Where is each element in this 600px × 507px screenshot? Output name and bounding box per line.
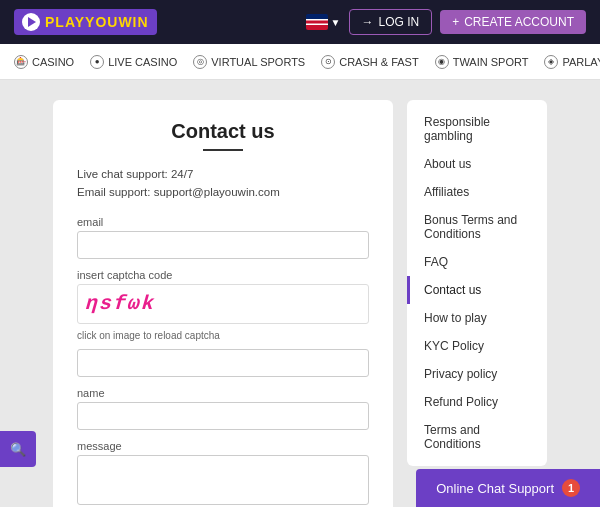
nav-parlaybay[interactable]: ◈ PARLAYBAY	[536, 44, 600, 79]
nav-parlay-label: PARLAYBAY	[562, 56, 600, 68]
sidebar-item-responsible-gambling[interactable]: Responsible gambling	[407, 108, 547, 150]
sidebar-label: Affiliates	[424, 185, 469, 199]
contact-form-card: Contact us Live chat support: 24/7 Email…	[53, 100, 393, 507]
login-icon: →	[362, 15, 374, 29]
captcha-label: insert captcha code	[77, 269, 369, 281]
virtual-sports-icon: ◎	[193, 55, 207, 69]
twain-icon: ◉	[435, 55, 449, 69]
nav-virtual-sports-label: VIRTUAL SPORTS	[211, 56, 305, 68]
sidebar-item-kyc-policy[interactable]: KYC Policy	[407, 332, 547, 360]
sidebar-label: Refund Policy	[424, 395, 498, 409]
name-input[interactable]	[77, 402, 369, 430]
live-casino-icon: ●	[90, 55, 104, 69]
reload-hint: click on image to reload captcha	[77, 330, 369, 341]
sidebar-label: Terms and Conditions	[424, 423, 481, 451]
crash-icon: ⊙	[321, 55, 335, 69]
sidebar-item-about-us[interactable]: About us	[407, 150, 547, 178]
sidebar-label: KYC Policy	[424, 339, 484, 353]
sidebar-label: Privacy policy	[424, 367, 497, 381]
chat-label: Online Chat Support	[436, 481, 554, 496]
search-button[interactable]: 🔍	[0, 431, 36, 467]
name-label: name	[77, 387, 369, 399]
nav-virtual-sports[interactable]: ◎ VIRTUAL SPORTS	[185, 44, 313, 79]
nav-casino[interactable]: 🎰 CASINO	[6, 44, 82, 79]
sidebar: Responsible gambling About us Affiliates…	[407, 100, 547, 466]
nav-live-casino-label: LIVE CASINO	[108, 56, 177, 68]
header: PLAYYOUWIN ▼ → LOG IN + CREATE ACCOUNT	[0, 0, 600, 44]
chevron-down-icon: ▼	[331, 17, 341, 28]
login-label: LOG IN	[379, 15, 420, 29]
create-label: CREATE ACCOUNT	[464, 15, 574, 29]
sidebar-item-contact-us[interactable]: Contact us	[407, 276, 547, 304]
support-info: Live chat support: 24/7 Email support: s…	[77, 165, 369, 202]
contact-title: Contact us	[77, 120, 369, 143]
flag-icon	[306, 14, 328, 30]
user-plus-icon: +	[452, 15, 459, 29]
navigation: 🎰 CASINO ● LIVE CASINO ◎ VIRTUAL SPORTS …	[0, 44, 600, 80]
sidebar-item-bonus-terms[interactable]: Bonus Terms and Conditions	[407, 206, 547, 248]
email-label: email	[77, 216, 369, 228]
email-support-text: Email support: support@playouwin.com	[77, 183, 369, 201]
sidebar-label: About us	[424, 157, 471, 171]
sidebar-item-faq[interactable]: FAQ	[407, 248, 547, 276]
sidebar-item-terms-conditions[interactable]: Terms and Conditions	[407, 416, 547, 458]
nav-twain-sport[interactable]: ◉ TWAIN SPORT	[427, 44, 537, 79]
sidebar-item-privacy-policy[interactable]: Privacy policy	[407, 360, 547, 388]
sidebar-item-how-to-play[interactable]: How to play	[407, 304, 547, 332]
logo[interactable]: PLAYYOUWIN	[14, 9, 157, 35]
captcha-input[interactable]	[77, 349, 369, 377]
casino-icon: 🎰	[14, 55, 28, 69]
logo-text: PLAYYOUWIN	[45, 14, 149, 30]
sidebar-label: Responsible gambling	[424, 115, 490, 143]
nav-live-casino[interactable]: ● LIVE CASINO	[82, 44, 185, 79]
chat-button[interactable]: Online Chat Support 1	[416, 469, 600, 507]
message-label: message	[77, 440, 369, 452]
nav-crash-label: CRASH & FAST	[339, 56, 418, 68]
email-input[interactable]	[77, 231, 369, 259]
sidebar-label: Contact us	[424, 283, 481, 297]
nav-casino-label: CASINO	[32, 56, 74, 68]
sidebar-item-refund-policy[interactable]: Refund Policy	[407, 388, 547, 416]
sidebar-label: How to play	[424, 311, 487, 325]
sidebar-label: Bonus Terms and Conditions	[424, 213, 517, 241]
title-underline	[203, 149, 243, 151]
header-right: ▼ → LOG IN + CREATE ACCOUNT	[306, 9, 586, 35]
login-button[interactable]: → LOG IN	[349, 9, 433, 35]
nav-crash-fast[interactable]: ⊙ CRASH & FAST	[313, 44, 426, 79]
parlay-icon: ◈	[544, 55, 558, 69]
live-chat-text: Live chat support: 24/7	[77, 165, 369, 183]
nav-twain-label: TWAIN SPORT	[453, 56, 529, 68]
language-button[interactable]: ▼	[306, 14, 341, 30]
captcha-image[interactable]: ηsfωk	[77, 284, 369, 324]
sidebar-label: FAQ	[424, 255, 448, 269]
chat-badge: 1	[562, 479, 580, 497]
logo-play-icon	[22, 13, 40, 31]
search-icon: 🔍	[10, 442, 26, 457]
message-textarea[interactable]	[77, 455, 369, 505]
create-account-button[interactable]: + CREATE ACCOUNT	[440, 10, 586, 34]
main-area: Contact us Live chat support: 24/7 Email…	[0, 80, 600, 507]
captcha-text: ηsfωk	[85, 292, 157, 315]
sidebar-item-affiliates[interactable]: Affiliates	[407, 178, 547, 206]
